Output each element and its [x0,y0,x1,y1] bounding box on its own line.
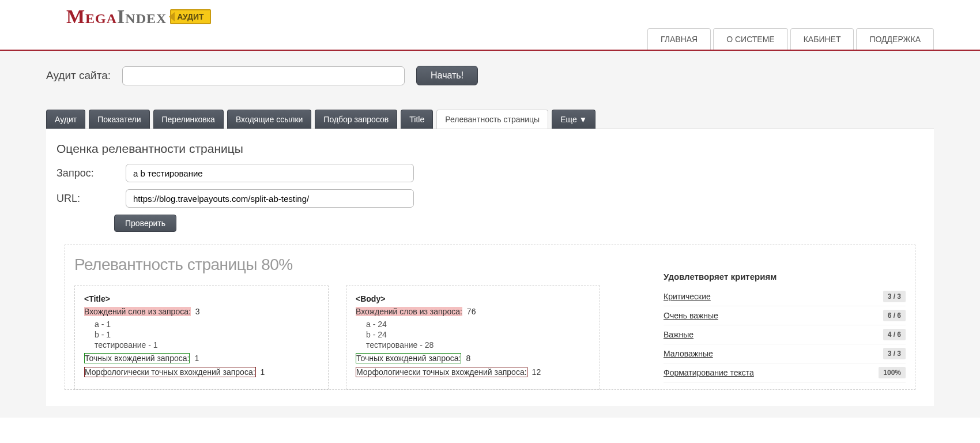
tab-title[interactable]: Title [401,110,433,129]
criteria-critical-value: 3 / 3 [883,291,906,302]
logo-part2: Index [117,6,167,27]
tab-more[interactable]: Еще ▼ [552,110,595,129]
body-words-count: 76 [467,307,476,316]
criteria-formatting[interactable]: Форматирование текста [664,368,754,377]
body-morph-label: Морфологически точных вхождений запроса: [356,367,527,377]
title-breakdown: a - 1 b - 1 тестирование - 1 [95,320,319,350]
logo-part1: Mega [66,6,117,27]
relevance-title: Релевантность страницы 80% [74,256,600,274]
criteria-minor[interactable]: Маловажные [664,349,713,358]
check-button[interactable]: Проверить [114,215,176,232]
panel-title: Оценка релевантности страницы [56,142,924,156]
title-words-count: 3 [195,307,200,316]
criteria-panel: Удовлетворяет критериям Критические 3 / … [664,256,906,389]
title-exact-label: Точных вхождений запроса: [84,353,190,363]
tab-relevance[interactable]: Релевантность страницы [436,110,548,129]
url-label: URL: [56,193,126,205]
criteria-very-important-value: 6 / 6 [883,310,906,321]
criteria-very-important[interactable]: Очень важные [664,311,718,320]
criteria-critical[interactable]: Критические [664,292,711,301]
criteria-minor-value: 3 / 3 [883,348,906,359]
nav-about[interactable]: О СИСТЕМЕ [713,28,788,50]
top-nav: ГЛАВНАЯ О СИСТЕМЕ КАБИНЕТ ПОДДЕРЖКА [645,28,934,50]
audit-label: Аудит сайта: [46,69,111,82]
criteria-important-value: 4 / 6 [883,329,906,340]
logo[interactable]: MegaIndex АУДИТ [66,6,211,28]
card-title-head: <Title> [84,294,319,303]
criteria-important[interactable]: Важные [664,330,693,339]
tab-linking[interactable]: Перелинковка [153,110,224,129]
relevance-panel: Оценка релевантности страницы Запрос: UR… [46,129,934,406]
logo-badge: АУДИТ [170,9,210,24]
tab-indicators[interactable]: Показатели [89,110,149,129]
card-body: <Body> Вхождений слов из запроса: 76 a -… [346,286,600,389]
body-words-label: Вхождений слов из запроса: [356,307,462,316]
card-title: <Title> Вхождений слов из запроса: 3 a -… [74,286,329,389]
nav-cabinet[interactable]: КАБИНЕТ [790,28,854,50]
audit-input[interactable] [122,66,405,85]
body-morph-count: 12 [532,367,541,377]
title-exact-count: 1 [194,354,199,363]
body-exact-label: Точных вхождений запроса: [356,353,461,363]
query-input[interactable] [126,164,414,182]
relevance-percent: 80% [261,256,293,273]
title-words-label: Вхождений слов из запроса: [84,307,191,316]
query-label: Запрос: [56,167,126,179]
tab-queries[interactable]: Подбор запросов [315,110,397,129]
tab-inbound[interactable]: Входящие ссылки [227,110,311,129]
tabs: Аудит Показатели Перелинковка Входящие с… [46,110,934,129]
title-morph-count: 1 [261,367,265,377]
url-input[interactable] [126,189,414,208]
criteria-title: Удовлетворяет критериям [664,272,906,281]
criteria-formatting-value: 100% [879,367,906,378]
card-body-head: <Body> [356,294,590,303]
nav-main[interactable]: ГЛАВНАЯ [647,28,711,50]
nav-support[interactable]: ПОДДЕРЖКА [856,28,934,50]
body-exact-count: 8 [466,354,470,363]
tab-audit[interactable]: Аудит [46,110,85,129]
body-breakdown: a - 24 b - 24 тестирование - 28 [366,320,590,350]
title-morph-label: Морфологически точных вхождений запроса: [84,367,256,377]
start-button[interactable]: Начать! [416,66,478,85]
